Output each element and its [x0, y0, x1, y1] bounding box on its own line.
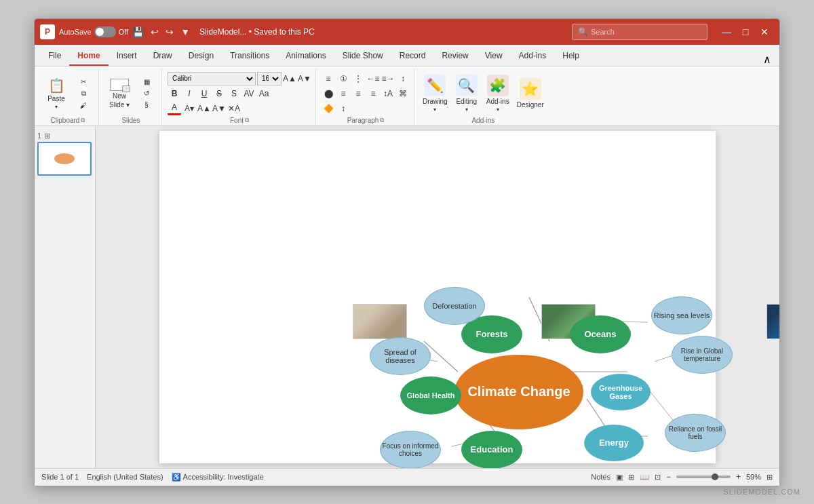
node-education[interactable]: Education: [461, 431, 522, 468]
bullets-button[interactable]: ≡: [322, 72, 335, 85]
node-oceans[interactable]: Oceans: [570, 315, 631, 353]
tab-slideshow[interactable]: Slide Show: [334, 47, 391, 66]
node-rise-global-temp[interactable]: Rise in Global temperature: [672, 336, 733, 374]
slides-label: Slides: [121, 117, 140, 125]
font-size3-button[interactable]: A▼: [212, 102, 226, 115]
font-size-select[interactable]: 16: [257, 72, 282, 85]
align-left-button[interactable]: ⬤: [322, 87, 335, 100]
para-spacing-button[interactable]: ↕: [336, 102, 350, 115]
addins-button[interactable]: 🧩 Add-ins ▾: [483, 73, 513, 114]
decrease-font-button[interactable]: A▼: [298, 72, 311, 85]
node-climate-change[interactable]: Climate Change: [454, 355, 583, 429]
change-case-button[interactable]: Aa: [257, 87, 271, 100]
font-color-button[interactable]: A: [168, 102, 181, 115]
smartart-button[interactable]: 🔶: [322, 102, 335, 115]
node-deforestation[interactable]: Deforestation: [424, 287, 485, 325]
section-button[interactable]: §: [136, 100, 157, 110]
tab-home[interactable]: Home: [69, 47, 108, 66]
cut-button[interactable]: ✂: [73, 77, 94, 87]
zoom-level[interactable]: 59%: [746, 473, 761, 481]
char-spacing-button[interactable]: AV: [242, 87, 256, 100]
tab-addins[interactable]: Add-ins: [511, 47, 555, 66]
slide-thumbnail[interactable]: [37, 142, 92, 176]
zoom-plus-icon[interactable]: +: [736, 472, 741, 482]
copy-button[interactable]: ⧉: [73, 88, 94, 99]
format-painter-button[interactable]: 🖌: [73, 100, 94, 111]
tab-view[interactable]: View: [477, 47, 511, 66]
tab-insert[interactable]: Insert: [109, 47, 145, 66]
align-justify-button[interactable]: ≡: [366, 87, 380, 100]
addins-dropdown[interactable]: ▾: [497, 106, 499, 113]
tab-record[interactable]: Record: [391, 47, 434, 66]
italic-button[interactable]: I: [182, 87, 196, 100]
tab-transitions[interactable]: Transitions: [222, 47, 277, 66]
normal-view-icon[interactable]: ▣: [616, 473, 623, 482]
align-center-button[interactable]: ≡: [336, 87, 350, 100]
designer-button[interactable]: ⭐ Designer: [514, 77, 547, 110]
node-global-health[interactable]: Global Health: [400, 376, 461, 414]
font-family-select[interactable]: Calibri: [168, 72, 256, 85]
tab-design[interactable]: Design: [180, 47, 222, 66]
line-spacing-button[interactable]: ↕: [396, 72, 410, 85]
align-right-button[interactable]: ≡: [351, 87, 365, 100]
editing-button[interactable]: 🔍 Editing ▾: [452, 73, 482, 114]
columns-button[interactable]: ⋮: [351, 72, 365, 85]
drawing-button[interactable]: ✏️ Drawing ▾: [420, 73, 450, 114]
reading-view-icon[interactable]: 📖: [640, 473, 649, 482]
indent-decrease-button[interactable]: ←≡: [366, 72, 380, 85]
underline-button[interactable]: U: [197, 87, 211, 100]
maximize-button[interactable]: □: [736, 22, 755, 41]
layout-button[interactable]: ▦: [136, 77, 157, 87]
status-bar: Slide 1 of 1 English (United States) ♿ A…: [35, 468, 779, 486]
paste-dropdown[interactable]: ▾: [55, 104, 58, 110]
ribbon-collapse-button[interactable]: ∧: [763, 53, 774, 66]
redo-icon[interactable]: ↪: [166, 26, 174, 37]
reset-button[interactable]: ↺: [136, 88, 157, 98]
customize-icon[interactable]: ▼: [180, 26, 190, 37]
bold-button[interactable]: B: [168, 87, 181, 100]
autosave-toggle[interactable]: [94, 26, 116, 37]
shadow-button[interactable]: S: [227, 87, 241, 100]
undo-icon[interactable]: ↩: [151, 26, 159, 37]
indent-increase-button[interactable]: ≡→: [381, 72, 395, 85]
clear-format-button[interactable]: ✕A: [227, 102, 241, 115]
node-greenhouse[interactable]: Greenhouse Gases: [591, 374, 651, 410]
tab-review[interactable]: Review: [433, 47, 476, 66]
text-highlight-button[interactable]: A▾: [182, 102, 196, 115]
accessibility-info[interactable]: ♿ Accessibility: Investigate: [172, 473, 264, 482]
text-direction-button[interactable]: ↕A: [381, 87, 395, 100]
zoom-slider[interactable]: [676, 476, 731, 478]
close-button[interactable]: ✕: [755, 22, 774, 41]
drawing-dropdown[interactable]: ▾: [433, 106, 436, 113]
increase-font-button[interactable]: A▲: [283, 72, 296, 85]
search-input[interactable]: [591, 28, 701, 36]
node-spread-diseases[interactable]: Spread of diseases: [370, 337, 431, 375]
node-rising-sea[interactable]: Rising sea levels: [651, 296, 712, 334]
slide-sorter-icon[interactable]: ⊞: [628, 473, 634, 482]
strikethrough-button[interactable]: S: [212, 87, 226, 100]
zoom-minus-icon[interactable]: −: [666, 472, 671, 482]
tab-file[interactable]: File: [40, 47, 69, 66]
paragraph-expand-icon[interactable]: ⧉: [380, 117, 384, 124]
search-box[interactable]: 🔍: [572, 24, 708, 40]
node-focus[interactable]: Focus on informed choices: [380, 431, 441, 468]
numbering-button[interactable]: ①: [336, 72, 350, 85]
node-energy[interactable]: Energy: [584, 425, 644, 461]
fit-slide-icon[interactable]: ⊞: [767, 473, 773, 482]
save-icon[interactable]: 💾: [132, 26, 144, 37]
node-reliance[interactable]: Reliance on fossil fuels: [665, 414, 726, 452]
tab-animations[interactable]: Animations: [277, 47, 334, 66]
font-size2-button[interactable]: A▲: [197, 102, 211, 115]
slide-canvas[interactable]: Climate Change Forests Oceans Global Hea…: [159, 131, 716, 463]
editing-dropdown[interactable]: ▾: [465, 106, 468, 113]
font-expand-icon[interactable]: ⧉: [245, 117, 249, 124]
tab-draw[interactable]: Draw: [145, 47, 180, 66]
convert-list-button[interactable]: ⌘: [396, 87, 410, 100]
presenter-view-icon[interactable]: ⊡: [655, 473, 661, 482]
notes-button[interactable]: Notes: [591, 473, 610, 481]
paste-button[interactable]: 📋 Paste ▾: [41, 76, 71, 111]
minimize-button[interactable]: —: [717, 22, 736, 41]
tab-help[interactable]: Help: [554, 47, 587, 66]
new-slide-button[interactable]: New Slide ▾: [104, 77, 134, 110]
clipboard-expand-icon[interactable]: ⧉: [81, 117, 85, 124]
